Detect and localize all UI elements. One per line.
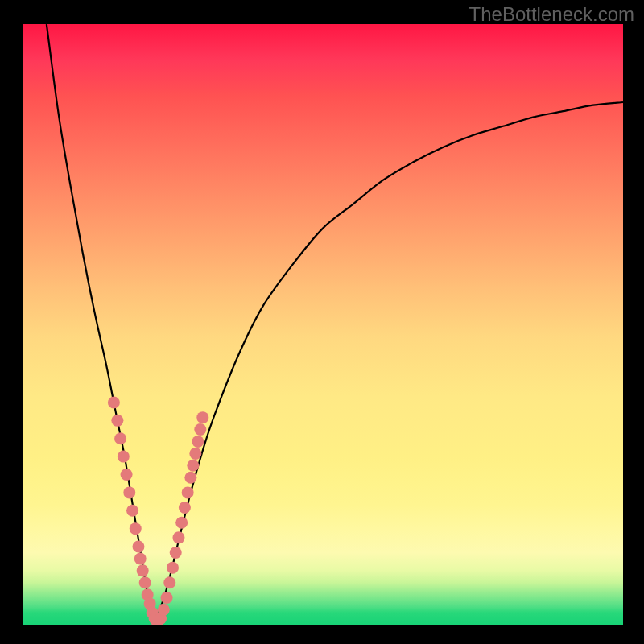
highlight-dot [134, 552, 147, 564]
right-branch-curve [155, 102, 623, 625]
highlight-dot [187, 460, 199, 472]
chart-plot-area [23, 24, 623, 625]
highlight-dot [189, 448, 201, 460]
highlight-dot [172, 531, 184, 543]
highlight-dot [111, 415, 123, 427]
highlight-dot [196, 411, 208, 423]
highlight-dot [108, 396, 120, 408]
highlight-dot [114, 432, 126, 444]
highlight-dot [158, 604, 170, 616]
highlight-dot [139, 576, 151, 588]
highlight-dot [161, 592, 173, 604]
highlight-dot [121, 469, 133, 481]
highlight-dot [118, 451, 130, 463]
highlight-dot [179, 502, 191, 514]
highlight-dot [194, 423, 206, 436]
highlight-dot [123, 486, 135, 498]
highlight-dot [167, 562, 179, 574]
highlight-dots-right [155, 411, 208, 625]
highlight-dot [126, 505, 138, 517]
highlight-dot [137, 564, 149, 576]
highlight-dot [182, 486, 194, 498]
highlight-dots-left [108, 396, 163, 625]
highlight-dot [192, 436, 204, 448]
left-branch-curve [47, 24, 155, 625]
highlight-dot [184, 472, 196, 484]
highlight-dot [170, 547, 182, 559]
highlight-dot [130, 522, 142, 535]
highlight-dot [163, 576, 175, 588]
highlight-dot [175, 517, 188, 529]
attribution-text: TheBottleneck.com [469, 3, 634, 26]
highlight-dot [132, 541, 144, 553]
chart-svg [23, 24, 623, 625]
